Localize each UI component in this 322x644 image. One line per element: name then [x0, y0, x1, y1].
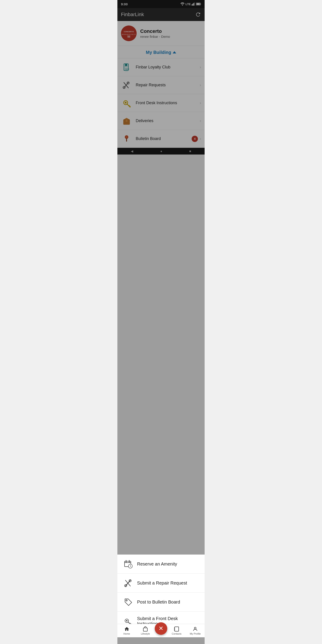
repair-action-icon-wrap [123, 578, 134, 588]
contacts-icon [174, 626, 179, 632]
nav-lifestyle[interactable]: Lifestyle [136, 626, 155, 635]
svg-point-47 [126, 600, 127, 601]
home-nav-label: Home [124, 632, 130, 635]
modal-overlay[interactable] [118, 0, 204, 644]
nav-myprofile[interactable]: My Profile [186, 626, 205, 635]
wrench-cross-icon [124, 578, 132, 588]
tag-icon [124, 598, 132, 606]
person-icon [192, 626, 198, 632]
calendar-clock-icon [124, 560, 132, 568]
myprofile-nav-label: My Profile [190, 632, 201, 635]
home-icon [124, 626, 130, 632]
contacts-nav-label: Contacts [172, 632, 181, 635]
action-bulletin[interactable]: Post to Bulletin Board [118, 592, 204, 612]
action-sheet: Reserve an Amenity Submit a Repair Reque… [118, 554, 204, 630]
nav-contacts[interactable]: Contacts [167, 626, 186, 635]
reserve-label: Reserve an Amenity [137, 562, 177, 567]
svg-point-49 [126, 620, 128, 622]
tag-icon-wrap [123, 596, 134, 607]
nav-fab[interactable]: ✕ [155, 622, 167, 635]
bottom-nav: Home Lifestyle ✕ Contacts [118, 624, 204, 637]
reserve-icon-wrap [123, 558, 134, 569]
close-icon: ✕ [158, 625, 164, 632]
lifestyle-nav-label: Lifestyle [141, 632, 150, 635]
bag-icon [143, 626, 148, 632]
bulletin-action-label: Post to Bulletin Board [137, 600, 180, 605]
action-reserve[interactable]: Reserve an Amenity [118, 554, 204, 574]
repair-action-label: Submit a Repair Request [137, 580, 187, 586]
nav-home[interactable]: Home [118, 626, 136, 635]
action-repair[interactable]: Submit a Repair Request [118, 574, 204, 592]
svg-rect-53 [143, 628, 147, 631]
svg-rect-54 [175, 627, 179, 631]
svg-point-58 [194, 627, 196, 629]
